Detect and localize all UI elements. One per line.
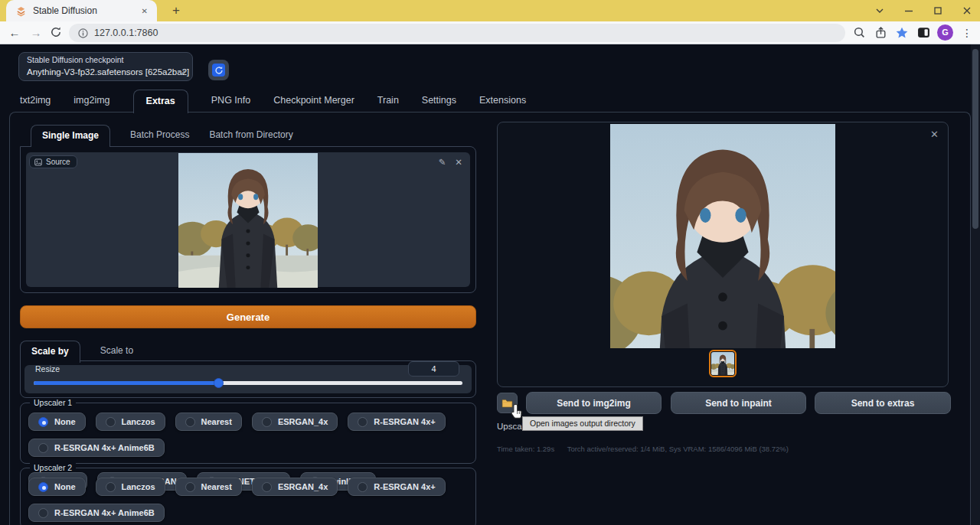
clear-image-icon[interactable]: ✕ xyxy=(455,157,462,168)
tooltip: Open images output directory xyxy=(522,416,643,431)
scale-by-panel: Resize 4 xyxy=(20,360,476,398)
screen: Stable Diffusion ✕ + ← → 127.0.0.1:7860 xyxy=(0,0,980,525)
generate-label: Generate xyxy=(227,311,270,323)
send-to-extras-button[interactable]: Send to extras xyxy=(815,392,951,414)
radio-checked-icon xyxy=(38,482,48,492)
url-bar[interactable]: 127.0.0.1:7860 xyxy=(69,24,845,42)
tab-img2img[interactable]: img2img xyxy=(74,95,109,112)
image-toolbar: ✎ ✕ xyxy=(439,157,462,168)
minimize-icon[interactable] xyxy=(903,5,914,16)
upscaler-option-nearest[interactable]: Nearest xyxy=(175,412,242,431)
generate-button[interactable]: Generate xyxy=(20,305,476,328)
image-dropzone[interactable]: Source ✎ ✕ xyxy=(26,152,470,287)
tab-scale-to[interactable]: Scale to xyxy=(100,345,133,362)
browser-tab[interactable]: Stable Diffusion ✕ xyxy=(6,0,157,21)
tab-png-info[interactable]: PNG Info xyxy=(211,95,250,112)
upscaler-option-resrgan4x[interactable]: R-ESRGAN 4x+ xyxy=(348,478,445,496)
tab-txt2img[interactable]: txt2img xyxy=(20,95,51,112)
radio-icon xyxy=(38,443,48,453)
option-label: R-ESRGAN 4x+ xyxy=(374,417,435,426)
close-window-icon[interactable] xyxy=(962,5,972,16)
slider-fill xyxy=(34,381,219,385)
page-scrollbar[interactable] xyxy=(971,44,980,525)
upscaler-option-lanczos[interactable]: Lanczos xyxy=(96,412,165,431)
time-taken-text: Time taken: 1.29s xyxy=(497,445,554,453)
edit-image-icon[interactable]: ✎ xyxy=(439,157,446,168)
output-thumbnail[interactable] xyxy=(709,350,737,377)
scrollbar-thumb[interactable] xyxy=(972,49,978,229)
vram-text: Torch active/reserved: 1/4 MiB, Sys VRAM… xyxy=(567,445,789,453)
tab-extensions[interactable]: Extensions xyxy=(479,95,526,112)
profile-avatar[interactable]: G xyxy=(937,24,953,41)
resize-number-input[interactable]: 4 xyxy=(408,361,459,377)
share-icon[interactable] xyxy=(874,26,887,42)
radio-icon xyxy=(358,482,368,492)
slider-handle[interactable] xyxy=(214,378,224,388)
main-tab-bar: txt2img img2img Extras PNG Info Checkpoi… xyxy=(20,90,526,112)
checkpoint-dropdown[interactable]: Stable Diffusion checkpoint Anything-V3-… xyxy=(18,52,193,81)
zoom-icon[interactable] xyxy=(853,26,866,42)
resize-slider[interactable] xyxy=(34,378,462,388)
upscaler-option-lanczos[interactable]: Lanczos xyxy=(96,478,165,496)
upscaler-option-anime6b[interactable]: R-ESRGAN 4x+ Anime6B xyxy=(28,439,165,457)
upscaler-option-esrgan4x[interactable]: ESRGAN_4x xyxy=(252,412,338,431)
send-to-img2img-button[interactable]: Send to img2img xyxy=(526,392,662,414)
upscaler2-options: None Lanczos Nearest ESRGAN_4x R-ESRGAN … xyxy=(28,478,468,525)
upscaler2-label: Upscaler 2 xyxy=(30,463,76,472)
radio-icon xyxy=(106,482,116,492)
source-image-panel: Source ✎ ✕ xyxy=(20,146,476,293)
refresh-icon xyxy=(212,64,225,77)
upscaler-option-nearest[interactable]: Nearest xyxy=(175,478,242,496)
option-label: Nearest xyxy=(201,417,232,426)
option-label: None xyxy=(54,482,76,491)
thumbnail-image xyxy=(711,352,734,375)
tab-scale-by[interactable]: Scale by xyxy=(20,341,80,363)
radio-icon xyxy=(358,417,368,427)
back-icon[interactable]: ← xyxy=(6,24,23,41)
option-label: Lanczos xyxy=(122,417,155,426)
option-label: Lanczos xyxy=(122,482,155,491)
close-gallery-icon[interactable]: ✕ xyxy=(930,129,939,140)
tab-batch-from-directory[interactable]: Batch from Directory xyxy=(209,129,292,146)
upscaler2-group: Upscaler 2 None Lanczos Nearest ESRGAN_4… xyxy=(20,468,476,525)
stable-diffusion-webui: Stable Diffusion checkpoint Anything-V3-… xyxy=(0,44,980,525)
checkpoint-value: Anything-V3-fp32.safetensors [625a2ba2] xyxy=(27,67,189,77)
tab-single-image[interactable]: Single Image xyxy=(31,125,110,147)
upscaler1-group: Upscaler 1 None Lanczos Nearest ESRGAN_4… xyxy=(20,403,476,464)
upscaler-option-esrgan4x[interactable]: ESRGAN_4x xyxy=(252,478,338,496)
radio-icon xyxy=(106,417,116,427)
tab-settings[interactable]: Settings xyxy=(422,95,456,112)
tab-train[interactable]: Train xyxy=(377,95,399,112)
option-label: ESRGAN_4x xyxy=(278,482,328,491)
browser-toolbar: ← → 127.0.0.1:7860 G ⋮ xyxy=(0,21,980,44)
upscaler-option-resrgan4x[interactable]: R-ESRGAN 4x+ xyxy=(348,412,445,431)
extras-tab-content: Single Image Batch Process Batch from Di… xyxy=(9,112,971,525)
site-info-icon[interactable] xyxy=(78,28,88,38)
tab-extras[interactable]: Extras xyxy=(133,90,188,113)
maximize-icon[interactable] xyxy=(933,5,943,16)
upscaler-option-none[interactable]: None xyxy=(28,412,86,431)
radio-icon xyxy=(262,417,272,427)
bookmark-star-icon[interactable] xyxy=(895,26,909,43)
tab-checkpoint-merger[interactable]: Checkpoint Merger xyxy=(273,95,354,112)
resize-label: Resize xyxy=(35,364,60,373)
upscaler-option-anime6b[interactable]: R-ESRGAN 4x+ Anime6B xyxy=(28,504,165,522)
output-image[interactable] xyxy=(610,124,835,348)
refresh-checkpoint-button[interactable] xyxy=(208,60,229,80)
upscaler-option-none[interactable]: None xyxy=(28,478,86,496)
reload-icon[interactable] xyxy=(47,26,64,43)
window-chevron-icon[interactable] xyxy=(874,5,885,16)
tab-close-icon[interactable]: ✕ xyxy=(139,5,151,17)
forward-icon[interactable]: → xyxy=(28,24,44,41)
source-badge-label: Source xyxy=(46,158,70,166)
source-image[interactable] xyxy=(178,153,318,288)
side-panel-icon[interactable] xyxy=(917,26,930,42)
output-gallery-panel: ✕ xyxy=(497,122,949,387)
radio-icon xyxy=(185,417,195,427)
menu-kebab-icon[interactable]: ⋮ xyxy=(962,24,972,41)
new-tab-button[interactable]: + xyxy=(167,2,185,19)
option-label: Nearest xyxy=(201,482,232,491)
tab-batch-process[interactable]: Batch Process xyxy=(130,129,189,146)
send-to-inpaint-button[interactable]: Send to inpaint xyxy=(671,392,806,414)
chevron-down-icon xyxy=(178,70,186,76)
